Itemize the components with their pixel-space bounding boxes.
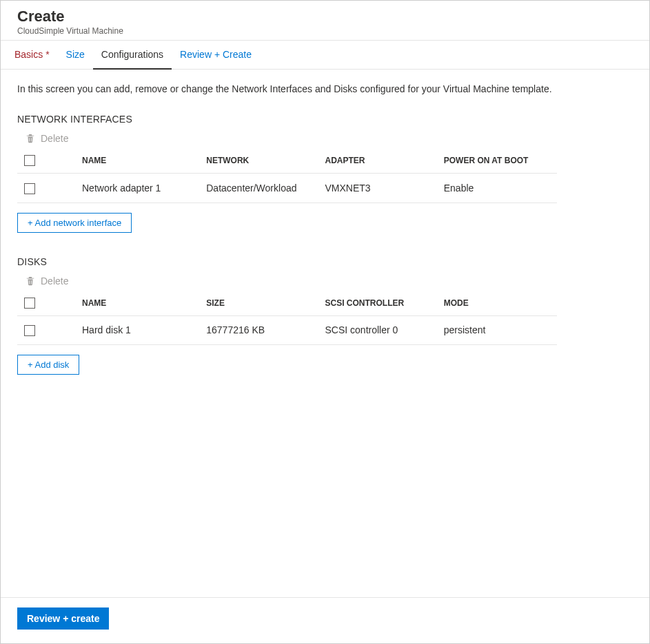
network-column-power: POWER ON AT BOOT xyxy=(438,148,557,174)
disks-table: NAME SIZE SCSI CONTROLLER MODE Hard disk… xyxy=(17,291,557,345)
network-row-network: Datacenter/Workload xyxy=(201,174,319,202)
required-indicator: * xyxy=(45,49,49,60)
content-area: In this screen you can add, remove or ch… xyxy=(1,70,649,597)
disks-row-checkbox[interactable] xyxy=(24,325,35,336)
disks-row-size: 16777216 KB xyxy=(201,315,319,344)
footer-bar: Review + create xyxy=(1,597,649,643)
network-delete-label: Delete xyxy=(41,133,68,144)
network-interfaces-table: NAME NETWORK ADAPTER POWER ON AT BOOT Ne… xyxy=(17,148,557,202)
tab-basics-label: Basics xyxy=(14,49,43,60)
network-column-name: NAME xyxy=(82,148,201,174)
network-select-all-checkbox[interactable] xyxy=(24,155,35,166)
disks-row-mode: persistent xyxy=(438,315,557,344)
disks-section: DISKS Delete NAME SIZE SCSI CONTROLLER M… xyxy=(17,256,633,375)
page-header: Create CloudSimple Virtual Machine xyxy=(1,1,649,41)
disks-title: DISKS xyxy=(17,256,633,267)
tab-size[interactable]: Size xyxy=(58,41,93,70)
disks-column-controller: SCSI CONTROLLER xyxy=(320,291,438,316)
table-row[interactable]: Hard disk 1 16777216 KB SCSI controller … xyxy=(17,315,557,344)
network-row-power: Enable xyxy=(438,174,557,202)
tab-basics[interactable]: Basics * xyxy=(6,41,58,70)
page-title: Create xyxy=(17,8,633,25)
disks-row-controller: SCSI controller 0 xyxy=(320,315,438,344)
network-interfaces-section: NETWORK INTERFACES Delete NAME NETWORK A… xyxy=(17,114,633,232)
network-delete-action: Delete xyxy=(26,133,633,144)
table-row[interactable]: Network adapter 1 Datacenter/Workload VM… xyxy=(17,174,557,202)
network-column-adapter: ADAPTER xyxy=(320,148,438,174)
trash-icon xyxy=(26,276,35,286)
tab-bar: Basics * Size Configurations Review + Cr… xyxy=(1,41,649,70)
disks-column-mode: MODE xyxy=(438,291,557,316)
add-network-interface-button[interactable]: + Add network interface xyxy=(17,213,132,233)
tab-configurations[interactable]: Configurations xyxy=(93,41,172,70)
trash-icon xyxy=(26,134,35,143)
network-row-name: Network adapter 1 xyxy=(82,174,201,202)
network-row-adapter: VMXNET3 xyxy=(320,174,438,202)
disks-delete-action: Delete xyxy=(26,276,633,287)
screen-description: In this screen you can add, remove or ch… xyxy=(17,83,633,94)
add-disk-button[interactable]: + Add disk xyxy=(17,355,79,375)
disks-delete-label: Delete xyxy=(41,276,68,287)
page-subtitle: CloudSimple Virtual Machine xyxy=(17,26,633,36)
disks-column-name: NAME xyxy=(82,291,201,316)
tab-review[interactable]: Review + Create xyxy=(172,41,260,70)
network-interfaces-title: NETWORK INTERFACES xyxy=(17,114,633,125)
disks-column-size: SIZE xyxy=(201,291,319,316)
network-row-checkbox[interactable] xyxy=(24,183,35,194)
disks-row-name: Hard disk 1 xyxy=(82,315,201,344)
disks-select-all-checkbox[interactable] xyxy=(24,298,35,309)
network-column-network: NETWORK xyxy=(201,148,319,174)
review-create-button[interactable]: Review + create xyxy=(17,607,109,630)
